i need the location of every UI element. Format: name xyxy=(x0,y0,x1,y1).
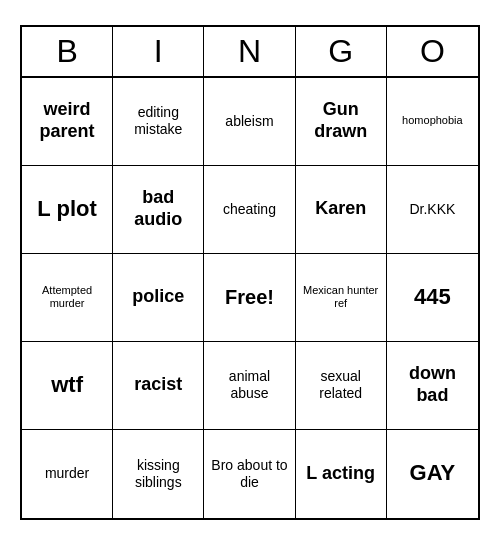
header-letter: N xyxy=(204,27,295,76)
bingo-cell: GAY xyxy=(387,430,478,518)
bingo-cell: weird parent xyxy=(22,78,113,166)
header-letter: B xyxy=(22,27,113,76)
bingo-cell: editing mistake xyxy=(113,78,204,166)
bingo-cell: Karen xyxy=(296,166,387,254)
bingo-cell: animal abuse xyxy=(204,342,295,430)
bingo-cell: Dr.KKK xyxy=(387,166,478,254)
bingo-cell: Bro about to die xyxy=(204,430,295,518)
bingo-header: BINGO xyxy=(22,27,478,78)
header-letter: I xyxy=(113,27,204,76)
bingo-cell: Attempted murder xyxy=(22,254,113,342)
bingo-cell: police xyxy=(113,254,204,342)
bingo-cell: down bad xyxy=(387,342,478,430)
bingo-cell: ableism xyxy=(204,78,295,166)
bingo-cell: sexual related xyxy=(296,342,387,430)
bingo-cell: kissing siblings xyxy=(113,430,204,518)
bingo-cell: Free! xyxy=(204,254,295,342)
bingo-cell: murder xyxy=(22,430,113,518)
bingo-cell: L acting xyxy=(296,430,387,518)
bingo-cell: Mexican hunter ref xyxy=(296,254,387,342)
bingo-cell: racist xyxy=(113,342,204,430)
bingo-card: BINGO weird parentediting mistakeableism… xyxy=(20,25,480,520)
bingo-cell: homophobia xyxy=(387,78,478,166)
bingo-cell: cheating xyxy=(204,166,295,254)
header-letter: O xyxy=(387,27,478,76)
bingo-cell: Gun drawn xyxy=(296,78,387,166)
header-letter: G xyxy=(296,27,387,76)
bingo-cell: 445 xyxy=(387,254,478,342)
bingo-cell: wtf xyxy=(22,342,113,430)
bingo-grid: weird parentediting mistakeableismGun dr… xyxy=(22,78,478,518)
bingo-cell: L plot xyxy=(22,166,113,254)
bingo-cell: bad audio xyxy=(113,166,204,254)
